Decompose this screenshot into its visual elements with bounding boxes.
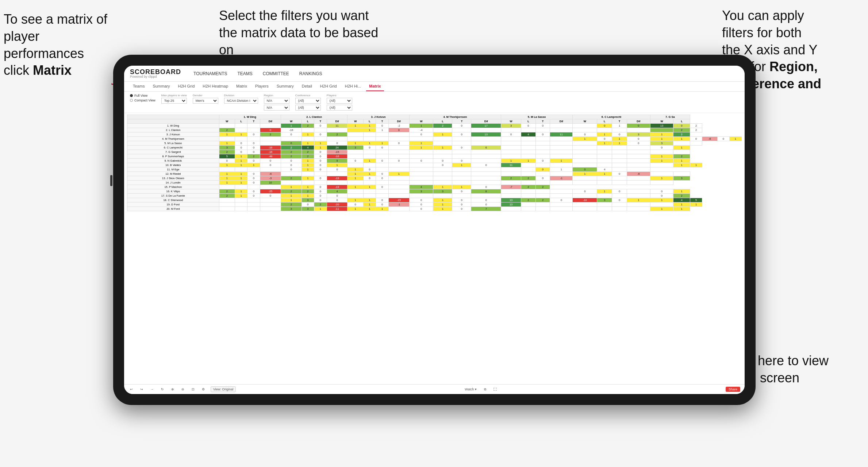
h-w2: W xyxy=(281,119,302,124)
zoom-in-btn[interactable]: ⊕ xyxy=(170,387,176,392)
ann-tr-l1: You can apply xyxy=(722,8,804,23)
matrix-cell xyxy=(573,202,597,207)
refresh-btn[interactable]: ↻ xyxy=(160,387,165,392)
matrix-cell xyxy=(433,128,452,132)
view-original-btn[interactable]: View: Original xyxy=(211,386,236,392)
matrix-cell xyxy=(235,185,247,189)
forward-btn[interactable]: → xyxy=(149,387,155,392)
nav-committee[interactable]: COMMITTEE xyxy=(261,70,291,77)
matrix-cell xyxy=(535,207,550,211)
region-select2[interactable]: N/A xyxy=(264,105,289,111)
tab-h2h-grid2[interactable]: H2H Grid xyxy=(317,82,340,91)
matrix-cell xyxy=(535,202,550,207)
matrix-cell: 0 xyxy=(314,124,327,128)
matrix-cell: 3 xyxy=(302,207,314,211)
row-name-header xyxy=(127,119,219,124)
region-select1[interactable]: N/A xyxy=(264,98,289,104)
matrix-cell: -11 xyxy=(327,207,347,211)
gender-select[interactable]: Men's Women's xyxy=(193,98,218,104)
fullscreen-btn[interactable]: ⛶ xyxy=(492,387,498,392)
max-players-select[interactable]: Top 25 Top 50 xyxy=(161,98,187,104)
tab-h2h-grid1[interactable]: H2H Grid xyxy=(175,82,197,91)
matrix-cell xyxy=(235,124,247,128)
matrix-cell xyxy=(521,207,536,211)
matrix-cell: 0 xyxy=(452,132,471,137)
matrix-cell xyxy=(327,181,347,185)
max-players-label: Max players in view xyxy=(161,94,187,97)
matrix-cell xyxy=(219,198,235,202)
matrix-cell: -15 xyxy=(327,150,347,154)
nav-tournaments[interactable]: TOURNAMENTS xyxy=(192,70,228,77)
row-name: 16. K Vilips xyxy=(127,189,219,194)
players-select2[interactable]: (All) xyxy=(327,105,352,111)
matrix-cell xyxy=(433,181,452,185)
matrix-cell: 1 xyxy=(219,172,235,176)
embed-btn[interactable]: ⧉ xyxy=(483,387,488,392)
view-full-option[interactable]: Full View xyxy=(130,94,155,97)
tab-h2h-hi[interactable]: H2H Hi... xyxy=(342,82,364,91)
undo-btn[interactable]: ↩ xyxy=(128,387,134,392)
tab-h2h-heatmap[interactable]: H2H Heatmap xyxy=(200,82,231,91)
conference-select1[interactable]: (All) xyxy=(295,98,321,104)
share-btn[interactable]: Share xyxy=(726,387,740,392)
conference-select2[interactable]: (All) xyxy=(295,105,321,111)
matrix-cell: 6 xyxy=(281,141,302,146)
matrix-cell: 0 xyxy=(281,163,302,167)
matrix-cell: 1 xyxy=(235,189,247,194)
matrix-cell xyxy=(521,141,536,146)
matrix-cell xyxy=(260,207,281,211)
matrix-cell xyxy=(388,194,409,198)
nav-teams[interactable]: TEAMS xyxy=(236,70,254,77)
matrix-cell: 2 xyxy=(302,189,314,194)
matrix-cell: 1 xyxy=(673,202,690,207)
view-compact-option[interactable]: Compact View xyxy=(130,99,155,102)
matrix-cell xyxy=(247,185,260,189)
matrix-cell xyxy=(650,128,673,132)
matrix-cell xyxy=(471,172,501,176)
matrix-cell xyxy=(521,202,536,207)
matrix-cell: 2 xyxy=(673,128,690,132)
division-select[interactable]: NCAA Division I xyxy=(224,98,258,104)
matrix-cell: 13 xyxy=(650,124,673,128)
fit-btn[interactable]: ⊡ xyxy=(190,387,196,392)
matrix-cell: 0 xyxy=(388,159,409,163)
tab-detail[interactable]: Detail xyxy=(299,82,315,91)
matrix-cell: -16 xyxy=(260,150,281,154)
tab-matrix1[interactable]: Matrix xyxy=(233,82,250,91)
tab-summary1[interactable]: Summary xyxy=(150,82,173,91)
matrix-cell xyxy=(471,181,501,185)
h-w3: W xyxy=(347,119,363,124)
matrix-cell xyxy=(673,150,690,154)
settings-btn[interactable]: ⚙ xyxy=(200,387,206,392)
filter-max-players: Max players in view Top 25 Top 50 xyxy=(161,94,187,104)
matrix-cell: 1 xyxy=(650,132,673,137)
matrix-cell xyxy=(247,198,260,202)
redo-btn[interactable]: ↪ xyxy=(139,387,145,392)
zoom-out-btn[interactable]: ⊖ xyxy=(180,387,186,392)
watch-btn[interactable]: Watch ▾ xyxy=(463,387,478,392)
tab-summary2[interactable]: Summary xyxy=(274,82,297,91)
row-name: 9. N Gabrelcik xyxy=(127,159,219,163)
annotation-topleft: To see a matrix of player performances c… xyxy=(4,11,117,79)
matrix-cell xyxy=(388,146,409,150)
matrix-cell: 4 xyxy=(521,132,536,137)
tab-teams[interactable]: Teams xyxy=(130,82,147,91)
tab-players[interactable]: Players xyxy=(252,82,272,91)
players-select1[interactable]: (All) xyxy=(327,98,352,104)
radio-compact xyxy=(130,99,133,102)
matrix-cell: 0 xyxy=(235,141,247,146)
matrix-cell xyxy=(247,202,260,207)
tablet-side-button xyxy=(110,175,112,186)
matrix-cell: 17 xyxy=(471,124,501,128)
nav-rankings[interactable]: RANKINGS xyxy=(298,70,324,77)
matrix-cell xyxy=(433,194,452,198)
matrix-cell xyxy=(501,207,521,211)
tab-matrix-active[interactable]: Matrix xyxy=(366,82,384,91)
matrix-cell: 4 xyxy=(673,198,690,202)
matrix-cell xyxy=(376,150,388,154)
matrix-cell xyxy=(550,194,573,198)
matrix-cell: 3 xyxy=(281,207,302,211)
matrix-cell: 0 xyxy=(521,124,536,128)
matrix-cell: 24 xyxy=(327,146,347,150)
matrix-cell xyxy=(452,194,471,198)
